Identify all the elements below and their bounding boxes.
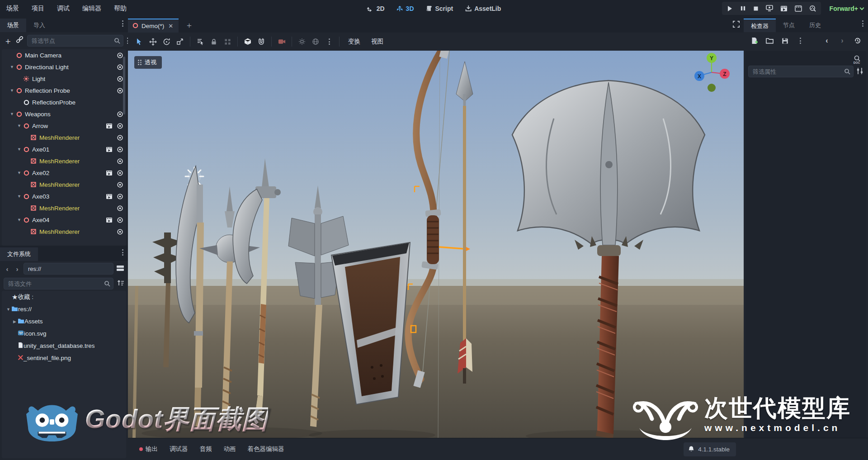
fs-row-res[interactable]: ▼ res:// bbox=[2, 303, 126, 315]
stop-button[interactable] bbox=[753, 6, 759, 11]
visibility-eye-icon[interactable] bbox=[115, 145, 124, 154]
dock-menu-icon[interactable] bbox=[122, 249, 123, 256]
scene-tree-scrollbar[interactable] bbox=[123, 57, 125, 114]
menu-help[interactable]: 帮助 bbox=[108, 0, 133, 17]
tab-filesystem[interactable]: 文件系统 bbox=[0, 247, 38, 261]
preview-menu-dots-icon[interactable] bbox=[322, 35, 336, 48]
tree-row-meshrenderer[interactable]: MeshRenderer bbox=[2, 155, 126, 167]
save-icon[interactable] bbox=[778, 34, 792, 47]
tree-row-axe02[interactable]: ▼ Axe02 bbox=[2, 167, 126, 179]
workspace-assetlib[interactable]: AssetLib bbox=[465, 5, 501, 12]
tree-row-axe04[interactable]: ▼ Axe04 bbox=[2, 214, 126, 226]
scale-tool-icon[interactable] bbox=[173, 35, 187, 48]
split-view-icon[interactable] bbox=[116, 265, 124, 273]
bottom-tab-audio[interactable]: 音频 bbox=[194, 442, 218, 456]
bottom-tab-shader-editor[interactable]: 着色器编辑器 bbox=[242, 442, 290, 456]
snap-magnet-icon[interactable] bbox=[255, 35, 268, 48]
scene-instance-clapper-icon[interactable] bbox=[104, 121, 113, 130]
tree-row-reflection-probe[interactable]: ▼ Reflection Probe bbox=[2, 85, 126, 96]
scene-instance-clapper-icon[interactable] bbox=[104, 192, 113, 201]
tab-inspector[interactable]: 检查器 bbox=[744, 19, 776, 32]
dock-menu-icon[interactable] bbox=[122, 20, 123, 27]
tab-scene[interactable]: 场景 bbox=[0, 19, 26, 32]
close-icon[interactable]: ✕ bbox=[167, 23, 174, 29]
tab-demo-scene[interactable]: Demo(*) ✕ bbox=[128, 19, 179, 33]
move-tool-icon[interactable] bbox=[146, 35, 160, 48]
tree-row-directional-light[interactable]: ▼ Directional Light bbox=[2, 61, 126, 73]
tree-row-weapons[interactable]: ▼ Weapons bbox=[2, 108, 126, 120]
filter-files-input[interactable] bbox=[4, 278, 113, 289]
renderer-dropdown[interactable]: Forward+ bbox=[830, 0, 863, 17]
scene-instance-clapper-icon[interactable] bbox=[104, 145, 113, 154]
version-info-button[interactable]: 4.1.1.stable bbox=[684, 442, 736, 456]
object-history-icon[interactable] bbox=[851, 34, 864, 47]
tree-row-main-camera[interactable]: Main Camera bbox=[2, 49, 126, 61]
viewport-3d[interactable]: 透视 Y X Z bbox=[128, 51, 744, 438]
filter-nodes-input[interactable] bbox=[27, 35, 123, 47]
preview-environment-icon[interactable] bbox=[309, 35, 322, 48]
new-resource-icon[interactable] bbox=[747, 34, 761, 47]
open-docs-icon[interactable]: DOC bbox=[850, 53, 863, 66]
bottom-tab-debugger[interactable]: 调试器 bbox=[164, 442, 194, 456]
workspace-3d[interactable]: 3D bbox=[396, 5, 414, 12]
remote-debug-button[interactable] bbox=[766, 5, 773, 12]
pause-button[interactable] bbox=[740, 5, 746, 11]
play-scene-button[interactable] bbox=[780, 5, 788, 12]
scene-instance-clapper-icon[interactable] bbox=[104, 215, 113, 224]
group-icon[interactable] bbox=[221, 35, 234, 48]
visibility-eye-icon[interactable] bbox=[115, 156, 124, 166]
resource-menu-dots-icon[interactable] bbox=[793, 34, 807, 47]
tab-history[interactable]: 历史 bbox=[802, 19, 828, 32]
menu-debug[interactable]: 调试 bbox=[51, 0, 76, 17]
transform-menu[interactable]: 变换 bbox=[343, 38, 366, 46]
camera-override-icon[interactable] bbox=[275, 35, 288, 48]
history-forward-icon[interactable]: › bbox=[835, 34, 849, 47]
play-custom-scene-button[interactable] bbox=[795, 5, 802, 12]
axis-navigation-gizmo[interactable]: Y X Z bbox=[691, 51, 732, 92]
tree-row-reflectionprobe[interactable]: ReflectionProbe bbox=[2, 96, 126, 108]
fs-row-tres[interactable]: unity_asset_database.tres bbox=[2, 340, 126, 352]
local-space-cube-icon[interactable] bbox=[241, 35, 255, 48]
visibility-eye-icon[interactable] bbox=[115, 168, 124, 177]
bottom-tab-animation[interactable]: 动画 bbox=[218, 442, 242, 456]
fs-row-favorites[interactable]: ★ 收藏 : bbox=[2, 291, 126, 303]
lock-icon[interactable] bbox=[207, 35, 221, 48]
tree-row-axe03[interactable]: ▼ Axe03 bbox=[2, 190, 126, 202]
menu-project[interactable]: 项目 bbox=[25, 0, 51, 17]
history-back-icon[interactable]: ‹ bbox=[820, 34, 834, 47]
workspace-2d[interactable]: 2D bbox=[367, 5, 385, 12]
tree-row-light[interactable]: Light bbox=[2, 73, 126, 85]
fs-row-sentinel[interactable]: _sentinel_file.png bbox=[2, 352, 126, 364]
sort-icon[interactable] bbox=[117, 280, 124, 288]
tree-row-meshrenderer[interactable]: MeshRenderer bbox=[2, 132, 126, 143]
view-menu[interactable]: 视图 bbox=[366, 38, 389, 46]
expand-viewport-icon[interactable] bbox=[732, 20, 740, 29]
tree-row-axe01[interactable]: ▼ Axe01 bbox=[2, 143, 126, 155]
preview-sunlight-icon[interactable] bbox=[295, 35, 309, 48]
dock-menu-icon[interactable] bbox=[862, 20, 863, 27]
tab-node[interactable]: 节点 bbox=[776, 19, 802, 32]
forward-icon[interactable]: › bbox=[14, 265, 21, 273]
bottom-tab-output[interactable]: 输出 bbox=[133, 442, 164, 456]
visibility-eye-icon[interactable] bbox=[115, 215, 124, 224]
scene-instance-clapper-icon[interactable] bbox=[104, 168, 113, 177]
load-resource-folder-icon[interactable] bbox=[763, 34, 776, 47]
tab-import[interactable]: 导入 bbox=[26, 19, 52, 32]
property-tools-icon[interactable] bbox=[856, 67, 863, 76]
new-scene-tab-button[interactable]: ＋ bbox=[179, 19, 199, 33]
filter-properties-input[interactable] bbox=[748, 66, 854, 77]
tree-row-arrow[interactable]: ▼ Arrow bbox=[2, 120, 126, 132]
tree-row-meshrenderer[interactable]: MeshRenderer bbox=[2, 179, 126, 190]
tree-row-meshrenderer[interactable]: MeshRenderer bbox=[2, 202, 126, 214]
menu-editor[interactable]: 编辑器 bbox=[76, 0, 108, 17]
path-bar[interactable]: res:// bbox=[24, 263, 113, 275]
back-icon[interactable]: ‹ bbox=[4, 265, 11, 273]
add-node-button[interactable]: ＋ bbox=[4, 37, 12, 45]
select-tool-icon[interactable] bbox=[132, 35, 146, 48]
workspace-script[interactable]: Script bbox=[426, 5, 453, 12]
visibility-eye-icon[interactable] bbox=[115, 227, 124, 236]
visibility-eye-icon[interactable] bbox=[115, 121, 124, 130]
visibility-eye-icon[interactable] bbox=[115, 133, 124, 142]
tree-row-meshrenderer[interactable]: MeshRenderer bbox=[2, 226, 126, 237]
fs-row-assets[interactable]: ▶ Assets bbox=[2, 315, 126, 327]
